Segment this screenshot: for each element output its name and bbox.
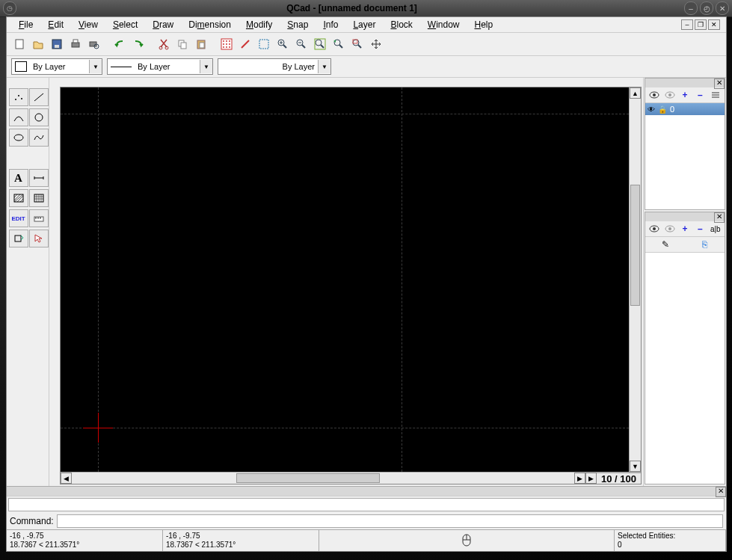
scroll-right-button[interactable]: ▶ — [585, 473, 597, 484]
svg-rect-2 — [55, 45, 59, 48]
tool-block-create[interactable] — [9, 230, 28, 247]
svg-rect-10 — [181, 43, 186, 49]
tool-ellipses[interactable] — [9, 129, 28, 147]
scroll-down-button[interactable]: ▼ — [630, 461, 641, 472]
grid-toggle-button[interactable] — [218, 36, 235, 52]
mdi-close-button[interactable]: ✕ — [708, 19, 720, 30]
vertical-scrollbar[interactable]: ▲ ▼ — [629, 87, 641, 472]
paste-button[interactable] — [193, 36, 209, 52]
tool-lines[interactable] — [29, 88, 49, 106]
linewidth-combo[interactable]: By Layer ▼ — [107, 58, 213, 75]
menu-block[interactable]: Block — [384, 18, 418, 31]
save-button[interactable] — [49, 36, 65, 52]
tool-arcs[interactable] — [9, 108, 28, 126]
zoom-pan-button[interactable] — [368, 36, 384, 52]
scroll-up-button[interactable]: ▲ — [630, 87, 641, 99]
tool-dimensions[interactable] — [29, 169, 49, 187]
menu-draw[interactable]: Draw — [147, 18, 179, 31]
menu-select[interactable]: Select — [107, 18, 144, 31]
block-show-all-button[interactable] — [649, 224, 660, 235]
menu-dimension[interactable]: Dimension — [182, 18, 237, 31]
scroll-right-button[interactable]: ▶ — [574, 473, 585, 484]
close-button[interactable]: ✕ — [716, 1, 729, 15]
mdi-minimize-button[interactable]: – — [681, 19, 693, 30]
chevron-down-icon: ▼ — [89, 60, 102, 73]
color-combo-label: By Layer — [30, 62, 89, 71]
draft-mode-button[interactable] — [237, 36, 253, 52]
scroll-thumb[interactable] — [236, 473, 380, 483]
zoom-out-button[interactable] — [293, 36, 310, 52]
layer-name: 0 — [670, 105, 674, 114]
system-menu-icon[interactable]: ◷ — [3, 1, 16, 15]
zoom-level-label: 10 / 100 — [597, 473, 641, 484]
layer-hide-all-button[interactable] — [664, 90, 675, 101]
open-button[interactable] — [30, 36, 46, 52]
zoom-auto-button[interactable] — [312, 36, 328, 52]
tool-info[interactable] — [29, 209, 49, 227]
panel-close-button[interactable]: ✕ — [716, 487, 726, 497]
svg-point-34 — [35, 114, 43, 121]
menu-edit[interactable]: Edit — [42, 18, 70, 31]
tool-hatch[interactable] — [9, 189, 28, 207]
cut-button[interactable] — [156, 36, 172, 52]
block-hide-all-button[interactable] — [664, 224, 675, 235]
tool-points[interactable] — [9, 88, 28, 106]
tool-select[interactable] — [29, 230, 49, 247]
layer-edit-button[interactable] — [710, 90, 721, 101]
tool-raster-image[interactable] — [29, 189, 49, 207]
menu-view[interactable]: View — [73, 18, 104, 31]
minimize-button[interactable]: – — [684, 1, 698, 15]
scroll-left-button[interactable]: ◀ — [61, 473, 72, 484]
tool-circles[interactable] — [29, 108, 49, 126]
menu-window[interactable]: Window — [422, 18, 466, 31]
block-remove-button[interactable]: – — [695, 224, 706, 235]
block-rename-button[interactable]: a|b — [710, 224, 721, 235]
redo-button[interactable] — [130, 36, 147, 52]
layer-show-all-button[interactable] — [649, 90, 660, 101]
copy-button[interactable] — [174, 36, 191, 52]
menu-help[interactable]: Help — [469, 18, 499, 31]
menu-layer[interactable]: Layer — [347, 18, 381, 31]
grid-line — [61, 428, 629, 428]
zoom-in-button[interactable] — [274, 36, 291, 52]
zoom-redraw-button[interactable] — [256, 36, 272, 52]
drawing-canvas[interactable] — [61, 87, 629, 472]
lock-icon[interactable]: 🔒 — [658, 105, 667, 114]
block-insert-button[interactable]: ⎘ — [699, 239, 710, 250]
linewidth-combo-label: By Layer — [135, 62, 200, 71]
command-input[interactable] — [57, 514, 723, 528]
menu-info[interactable]: Info — [317, 18, 344, 31]
tool-splines[interactable] — [29, 129, 49, 147]
horizontal-scrollbar[interactable]: ◀ ▶ ▶ — [61, 473, 597, 484]
block-add-button[interactable]: + — [679, 224, 690, 235]
zoom-window-button[interactable] — [349, 36, 366, 52]
command-history[interactable] — [8, 498, 725, 511]
zoom-previous-button[interactable] — [330, 36, 347, 52]
new-button[interactable] — [11, 36, 28, 52]
layer-list[interactable]: 👁 🔒 0 — [645, 103, 725, 209]
print-button[interactable] — [67, 36, 84, 52]
layer-add-button[interactable]: + — [679, 90, 690, 101]
layer-row[interactable]: 👁 🔒 0 — [645, 103, 725, 115]
eye-icon[interactable]: 👁 — [648, 105, 655, 114]
block-list[interactable] — [645, 253, 725, 484]
color-combo[interactable]: By Layer ▼ — [11, 58, 102, 75]
mdi-restore-button[interactable]: ❐ — [695, 19, 707, 30]
linetype-combo[interactable]: By Layer ▼ — [218, 58, 331, 75]
maximize-button[interactable]: ◴ — [700, 1, 713, 15]
grid-line — [402, 87, 402, 472]
tool-text[interactable]: A — [9, 169, 28, 187]
menu-snap[interactable]: Snap — [281, 18, 314, 31]
menu-file[interactable]: File — [13, 18, 39, 31]
svg-rect-42 — [15, 236, 21, 241]
tool-modify[interactable]: EDIT — [9, 209, 28, 227]
menu-modify[interactable]: Modify — [240, 18, 278, 31]
undo-button[interactable] — [111, 36, 128, 52]
linewidth-preview-icon — [111, 67, 132, 67]
block-edit-button[interactable]: ✎ — [659, 239, 671, 250]
scroll-thumb[interactable] — [630, 185, 640, 306]
layer-panel: ✕ + – 👁 🔒 0 — [645, 78, 725, 210]
layer-remove-button[interactable]: – — [695, 90, 706, 101]
svg-point-50 — [668, 227, 671, 230]
print-preview-button[interactable] — [86, 36, 102, 52]
